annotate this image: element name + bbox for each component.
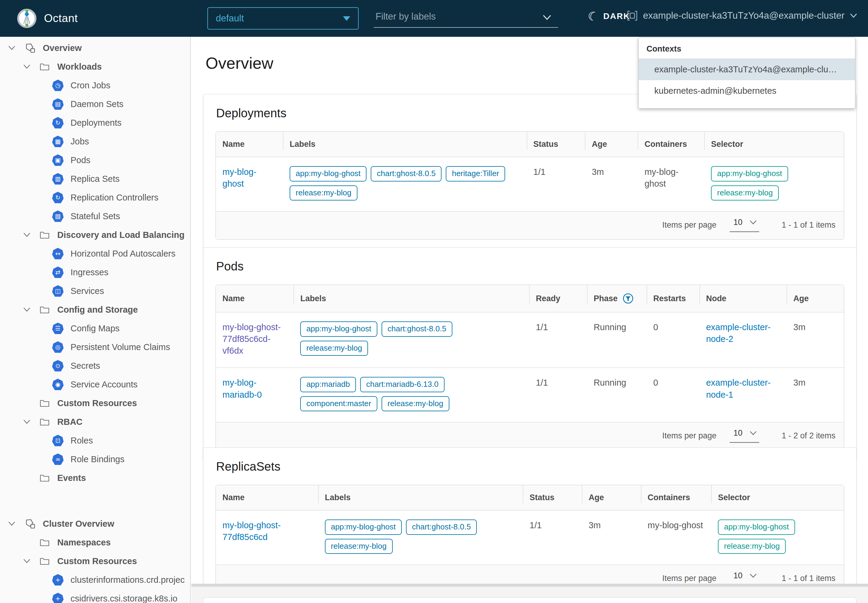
resource-link[interactable]: my-blog-ghost-77df85c6cd [222,520,281,542]
dark-theme-toggle[interactable]: ☾ DARK [588,10,630,22]
context-menu-item[interactable]: kubernetes-admin@kubernetes [639,80,855,102]
sidebar-item-replica-sets[interactable]: ▥Replica Sets [0,169,190,188]
filter-by-labels-input[interactable] [374,9,558,28]
namespace-select[interactable]: default [207,7,359,29]
sidebar-item-cron-jobs[interactable]: ◷Cron Jobs [0,76,190,95]
label-badge: release:my-blog [290,186,357,201]
sidebar-item-replication-controllers[interactable]: ↻Replication Controllers [0,188,190,207]
sidebar-item-csidrivers-csi-storage-k8s-io[interactable]: +csidrivers.csi.storage.k8s.io [0,589,190,603]
sidebar-item-namespaces[interactable]: Namespaces [0,533,190,552]
cell-labels: app:my-blog-ghostchart:ghost-8.0.5releas… [318,510,523,565]
sidebar-item-label: Custom Resources [57,398,137,408]
sidebar-item-label: Replication Controllers [71,193,159,203]
table-footer: Items per page 10 1 - 1 of 1 items [216,211,844,240]
items-per-page-select[interactable]: 10 [730,571,759,586]
sidebar-item-config-maps[interactable]: ☰Config Maps [0,319,190,338]
events-icon [39,474,51,482]
replicasets-heading: ReplicaSets [216,460,844,473]
items-per-page-select[interactable]: 10 [730,428,759,443]
cell-status: 1/1 [523,510,582,565]
sidebar-item-config-and-storage[interactable]: Config and Storage [0,300,190,319]
context-chooser[interactable]: example-cluster-ka3TuTzYo4a@example-clus… [627,10,857,21]
sidebar-item-events[interactable]: Events [0,468,190,487]
context-chooser-label: example-cluster-ka3TuTzYo4a@example-clus… [643,10,845,21]
selector-badge: app:my-blog-ghost [711,166,788,181]
navigation-sidebar: OverviewWorkloads◷Cron Jobs▤Daemon Sets↻… [0,37,191,603]
context-menu-item[interactable]: example-cluster-ka3TuTzYo4a@example-clu… [639,59,855,80]
sidebar-item-secrets[interactable]: ⊙Secrets [0,356,190,375]
sidebar-item-persistent-volume-claims[interactable]: ◎Persistent Volume Claims [0,338,190,356]
namespace-select-caret-icon [343,16,350,21]
page-title: Overview [205,54,273,73]
items-per-page-select[interactable]: 10 [730,218,759,232]
sidebar-item-label: Config and Storage [57,305,138,315]
sidebar-item-rbac[interactable]: RBAC [0,413,190,431]
chevron-down-icon[interactable] [7,521,16,526]
top-header-bar: Octant default ☾ DARK example-cluster-ka… [0,0,868,37]
sidebar-item-custom-resources[interactable]: Custom Resources [0,552,190,571]
cell-name: my-blog-mariadb-0 [216,368,293,422]
sidebar-item-label: Events [57,473,86,483]
column-header-phase: Phase [587,285,647,312]
pods-card: PodsNameLabelsReadyPhaseRestartsNodeAgem… [203,247,857,460]
replicasets-card: ReplicaSetsNameLabelsStatusAgeContainers… [203,447,857,602]
column-header-labels: Labels [283,132,527,157]
overview-icon [24,43,36,53]
sidebar-item-services[interactable]: ◫Services [0,281,190,300]
sidebar-item-ingresses[interactable]: ⇄Ingresses [0,263,190,281]
sidebar-item-roles[interactable]: ⊡Roles [0,431,190,450]
sidebar-item-jobs[interactable]: ▦Jobs [0,132,190,151]
cell-age: 3m [787,368,844,422]
sidebar-item-label: RBAC [57,417,83,427]
resource-link[interactable]: my-blog-mariadb-0 [222,378,262,399]
sidebar-item-clusterinformations-crd-projec[interactable]: +clusterinformations.crd.projec [0,571,190,589]
sidebar-item-role-bindings[interactable]: ∞Role Bindings [0,450,190,468]
sidebar-item-pods[interactable]: ▣Pods [0,151,190,169]
custom-resources-icon [39,399,51,407]
cell-name: my-blog-ghost-77df85c6cd-vf6dx [216,312,293,368]
column-header-node: Node [700,285,787,312]
label-badge: app:my-blog-ghost [325,520,402,535]
items-per-page-chevron-icon [749,431,757,436]
selector-badge: app:my-blog-ghost [718,520,795,535]
resource-link[interactable]: my-blog-ghost-77df85c6cd-vf6dx [222,322,281,356]
chevron-down-icon[interactable] [22,232,31,238]
chevron-down-icon[interactable] [22,419,31,425]
sidebar-item-label: Stateful Sets [71,211,120,221]
sidebar-item-label: Cron Jobs [71,80,110,90]
label-badge: app:mariadb [300,377,356,392]
sidebar-item-daemon-sets[interactable]: ▤Daemon Sets [0,95,190,113]
resource-link[interactable]: example-cluster-node-2 [706,322,771,344]
sidebar-item-overview[interactable]: Overview [0,39,190,57]
column-header-containers: Containers [638,132,704,157]
column-header-selector: Selector [711,485,844,510]
sidebar-item-cluster-overview[interactable]: Cluster Overview [0,514,190,533]
sidebar-item-label: Horizontal Pod Autoscalers [71,249,175,259]
sidebar-item-custom-resources[interactable]: Custom Resources [0,394,190,413]
resource-link[interactable]: my-blog-ghost [222,167,256,189]
items-per-page-value: 10 [733,571,742,580]
filter-chevron-icon[interactable] [542,14,551,20]
sidebar-item-stateful-sets[interactable]: ▧Stateful Sets [0,207,190,226]
phase-filter-icon[interactable] [622,293,634,304]
moon-icon: ☾ [586,9,600,23]
sidebar-item-label: Namespaces [57,538,111,547]
sidebar-item-workloads[interactable]: Workloads [0,57,190,76]
services-icon: ◫ [52,285,64,297]
chevron-down-icon[interactable] [22,64,31,70]
chevron-down-icon[interactable] [22,307,31,312]
chevron-down-icon[interactable] [7,45,16,51]
column-header-labels: Labels [318,485,523,510]
sidebar-item-horizontal-pod-autoscalers[interactable]: ↔Horizontal Pod Autoscalers [0,244,190,263]
column-header-age: Age [787,285,844,312]
cell-labels: app:my-blog-ghostchart:ghost-8.0.5herita… [283,157,527,211]
chevron-down-icon[interactable] [22,558,31,564]
cell-age: 3m [582,510,641,565]
resource-link[interactable]: example-cluster-node-1 [706,378,771,399]
theme-toggle-label: DARK [603,11,630,21]
label-badge: release:my-blog [300,341,368,356]
items-per-page-value: 10 [733,428,742,438]
sidebar-item-deployments[interactable]: ↻Deployments [0,113,190,132]
sidebar-item-discovery-and-load-balancing[interactable]: Discovery and Load Balancing [0,226,190,244]
sidebar-item-service-accounts[interactable]: ◉Service Accounts [0,375,190,394]
